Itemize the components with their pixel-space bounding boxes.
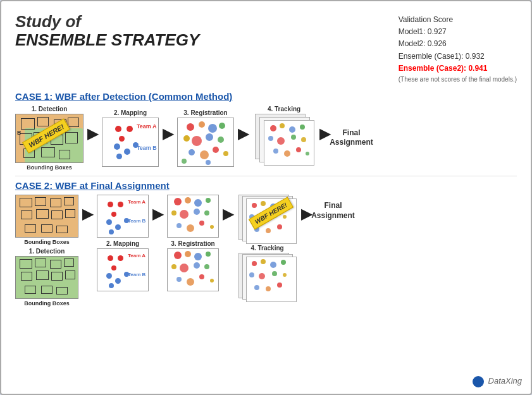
svg-point-13 [206,160,211,165]
case2-arrow1: ▶ [82,206,93,222]
case2-reg-b: 3. Registration [167,240,219,291]
case1-reg-img [177,118,234,167]
svg-point-45 [204,264,209,269]
svg-point-24 [296,147,301,152]
case1-arrow2: ▶ [163,126,173,142]
svg-point-48 [199,274,204,279]
score-note: (These are not scores of the final model… [399,75,517,85]
svg-point-60 [277,224,282,229]
case2-reg-svg-a [168,195,219,238]
svg-point-49 [210,279,214,283]
case1-bbox-label: Bounding Boxes [27,164,72,171]
case2-arrow3: ▶ [223,206,233,222]
case1-step4: 4. Tracking [252,106,316,171]
svg-point-26 [174,198,182,205]
svg-point-69 [254,285,259,290]
case2-mapping-b: 2. Mapping Team A Team B [97,240,149,291]
case2-final: FinalAssignment [316,201,350,221]
case1-final-label: FinalAssignment [330,128,373,148]
svg-point-71 [277,283,282,288]
case1-step2: 2. Mapping Team A Team B [102,109,159,167]
case1-step1-label: 1. Detection [32,106,68,112]
case2-arrow2-wrap: ▶ [151,214,164,222]
svg-point-4 [183,135,190,142]
svg-point-15 [280,123,285,128]
svg-point-14 [270,125,276,131]
case2-reg-a [167,195,219,238]
case2-bbox-b: Bounding Boxes [24,300,70,307]
case1-mapping-img: Team A Team B [102,118,159,167]
case2-detection-b: 1. Detection [15,248,78,307]
case2-detection-a: Bounding Boxes [15,195,78,245]
case1-arrow4: ▶ [319,126,330,142]
case1-step1: 1. Detection WBF [15,106,84,171]
case2-step4-label: 4. Tracking [251,245,283,252]
score-block: Validation Score Model1: 0.927 Model2: 0… [399,14,517,85]
svg-point-25 [306,152,309,155]
case1-step3: 3. Registration [177,109,234,167]
case1-section: CASE 1: WBF after Detection (Common Meth… [15,91,517,171]
slide: Study of ENSEMBLE STRATEGY Validation Sc… [0,0,532,395]
svg-point-34 [176,223,182,228]
case2-step1-label: 1. Detection [29,248,65,255]
svg-point-59 [266,228,271,233]
svg-point-12 [182,159,187,164]
svg-point-67 [272,271,277,276]
case2-arrow4: ▶ [301,206,312,222]
case2-reg-img-b [167,248,219,291]
case2-track-b: 4. Tracking [237,245,297,300]
svg-point-35 [187,224,194,232]
case1-step2-label: 2. Mapping [114,109,147,116]
svg-point-39 [185,251,191,257]
case1-arrow3: ▶ [238,126,249,142]
case1-detection-img: WBF HERE! B [15,114,84,163]
svg-point-42 [171,264,176,269]
case2-team-b-top: Team B [128,218,145,224]
svg-point-70 [266,286,271,291]
case2-track-img-b [237,253,297,300]
svg-point-46 [176,277,182,282]
svg-point-7 [218,137,224,143]
score-header: Validation Score [399,14,517,26]
title-study: Study of [15,13,199,31]
svg-point-1 [199,121,205,128]
case1-arrow1: ▶ [87,126,98,142]
case2-mappings: Team A Team B 2. Mapping Team A [97,195,149,291]
case2-track-svg-b [247,257,297,303]
svg-point-66 [259,273,265,279]
case2-regs: 3. Registration [167,195,219,291]
svg-point-41 [206,252,211,257]
svg-point-9 [200,150,209,159]
svg-point-40 [194,253,202,260]
header: Study of ENSEMBLE STRATEGY Validation Sc… [15,13,517,85]
case1-reg-svg [178,118,234,167]
svg-point-19 [277,137,285,145]
case1-step4-label: 4. Tracking [268,106,300,112]
case1-track-svg1 [264,121,315,166]
watermark-text: DataXing [488,376,522,386]
divider [15,176,517,176]
svg-point-32 [194,209,200,215]
case2-final-wrap: FinalAssignment [316,201,350,221]
svg-point-44 [194,262,200,269]
svg-point-36 [199,221,204,226]
case2-mapping-a: Team A Team B [97,195,149,238]
svg-point-47 [187,278,194,286]
svg-point-21 [301,137,306,142]
case2-track-img-a: WBF HERE! [237,195,297,242]
case1-team-b: Team B [137,145,157,151]
case2-header: CASE 2: WBF at Final Assignment [15,180,517,191]
svg-point-20 [291,135,296,140]
score-model2: Model2: 0.926 [399,38,517,50]
score-model1: Model1: 0.927 [399,26,517,38]
case1-team-a: Team A [137,123,157,130]
case2-det-img-a [15,195,78,238]
title-block: Study of ENSEMBLE STRATEGY [15,13,199,49]
svg-point-68 [283,273,287,277]
svg-point-22 [273,149,278,154]
case2-map-img-b: Team A Team B [97,248,149,291]
svg-point-17 [300,125,305,130]
case2-track-a: WBF HERE! [237,195,297,242]
case2-map-img-a: Team A Team B [97,195,149,238]
case2-arrow2: ▶ [152,206,163,222]
